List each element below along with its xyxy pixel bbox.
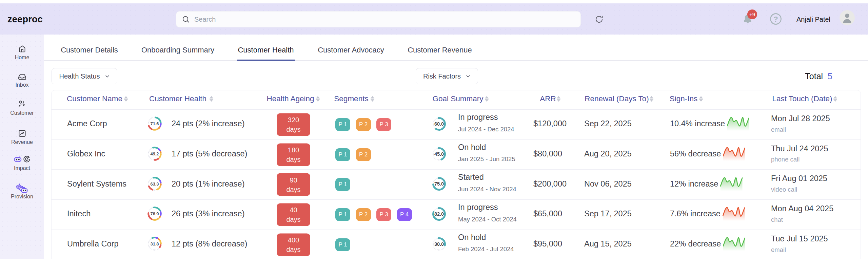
svg-text:60.0: 60.0 bbox=[434, 121, 444, 127]
svg-text:30.0: 30.0 bbox=[434, 241, 444, 247]
svg-text:?: ? bbox=[773, 15, 778, 23]
svg-text:45.0: 45.0 bbox=[434, 151, 444, 157]
svg-text:63.3: 63.3 bbox=[151, 181, 159, 187]
svg-text:75.0: 75.0 bbox=[434, 181, 444, 187]
svg-text:78.9: 78.9 bbox=[151, 212, 159, 217]
svg-text:31.8: 31.8 bbox=[151, 241, 159, 246]
svg-text:71.6: 71.6 bbox=[151, 122, 159, 127]
svg-text:82.0: 82.0 bbox=[434, 211, 444, 217]
svg-text:49.2: 49.2 bbox=[151, 151, 159, 156]
